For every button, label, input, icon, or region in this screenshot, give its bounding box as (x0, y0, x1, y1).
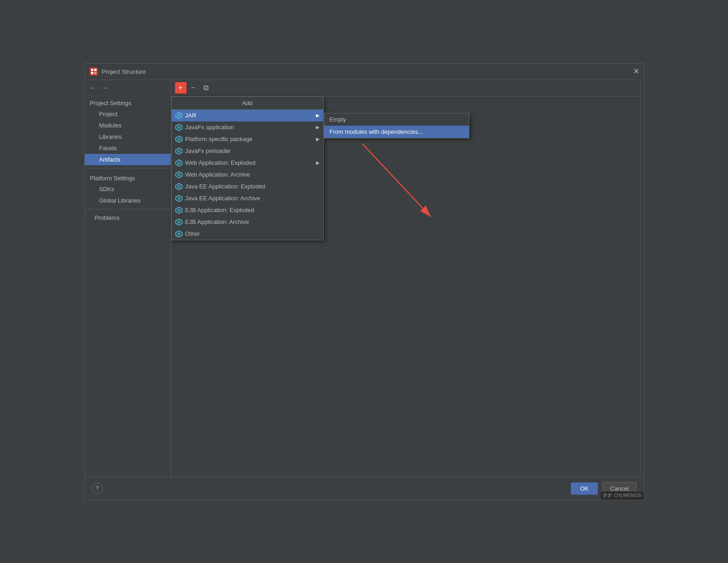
svg-marker-14 (177, 161, 181, 165)
web-app-archive-icon (175, 171, 183, 178)
watermark: 梦梦 CHUMENGSI (601, 492, 643, 500)
dropdown-header: Add (172, 97, 323, 110)
arrow-annotation (340, 135, 476, 236)
svg-line-28 (362, 144, 431, 217)
main-content: + − ⧉ Add JAR (171, 80, 644, 477)
add-button[interactable]: + (175, 82, 187, 94)
dropdown-item-javaee-archive[interactable]: Java EE Application: Archive (172, 193, 323, 204)
add-dropdown-menu: Add JAR ▶ JavaFx applicat (171, 96, 324, 240)
platform-settings-label: Platform Settings (85, 171, 171, 183)
sidebar-divider-2 (85, 209, 171, 209)
svg-marker-22 (177, 208, 181, 212)
ejb-archive-icon (175, 218, 183, 226)
close-button[interactable]: ✕ (633, 68, 639, 75)
svg-marker-20 (177, 197, 181, 200)
svg-marker-6 (177, 114, 181, 117)
svg-marker-12 (177, 149, 181, 153)
sidebar-item-sdks[interactable]: SDKs (85, 183, 171, 195)
dropdown-item-javaee-exploded[interactable]: Java EE Application: Exploded (172, 181, 323, 193)
bottom-left: ? (92, 483, 103, 494)
sidebar: ← → Project Settings Project Modules Lib… (85, 80, 171, 477)
platform-pkg-arrow: ▶ (316, 137, 320, 142)
sidebar-item-global-libraries[interactable]: Global Libraries (85, 195, 171, 206)
remove-button[interactable]: − (188, 82, 199, 94)
app-icon (89, 67, 98, 76)
jar-icon (175, 112, 183, 119)
dropdown-item-web-app-exploded[interactable]: Web Application: Exploded ▶ (172, 157, 323, 169)
svg-marker-18 (177, 185, 181, 188)
web-app-exploded-icon (175, 159, 183, 167)
jar-submenu: Empty From modules with dependencies... (324, 113, 469, 138)
add-dropdown: Add JAR ▶ JavaFx applicat (171, 96, 324, 240)
forward-button[interactable]: → (100, 83, 110, 93)
svg-rect-0 (90, 67, 98, 76)
dialog-body: ← → Project Settings Project Modules Lib… (85, 80, 644, 477)
dropdown-item-platform-pkg[interactable]: Platform specific package ▶ (172, 133, 323, 145)
ok-button[interactable]: OK (571, 482, 598, 495)
svg-marker-26 (177, 232, 181, 236)
sidebar-item-artifacts[interactable]: Artifacts (85, 154, 171, 165)
title-bar-left: Project Structure (89, 67, 146, 76)
dropdown-item-other[interactable]: Other (172, 228, 323, 240)
svg-rect-3 (91, 72, 93, 74)
help-button[interactable]: ? (92, 483, 103, 494)
svg-marker-24 (177, 220, 181, 224)
toolbar: + − ⧉ (171, 80, 644, 96)
submenu-item-empty[interactable]: Empty (324, 113, 469, 126)
javafx-app-arrow: ▶ (316, 125, 320, 130)
dialog-title: Project Structure (102, 68, 146, 75)
submenu-item-from-modules[interactable]: From modules with dependencies... (324, 126, 469, 138)
dropdown-item-javafx-app[interactable]: JavaFx application ▶ (172, 122, 323, 133)
back-button[interactable]: ← (88, 83, 98, 93)
javaee-archive-icon (175, 195, 183, 202)
sidebar-item-facets[interactable]: Facets (85, 142, 171, 154)
platform-pkg-icon (175, 136, 183, 143)
javaee-exploded-icon (175, 183, 183, 190)
svg-rect-2 (94, 69, 97, 71)
sidebar-nav: ← → (85, 80, 171, 96)
title-bar: Project Structure ✕ (85, 64, 644, 80)
dropdown-item-ejb-archive[interactable]: EJB Application: Archive (172, 216, 323, 228)
jar-arrow: ▶ (316, 113, 320, 118)
svg-marker-10 (177, 137, 181, 141)
svg-marker-8 (177, 126, 181, 129)
sidebar-item-libraries[interactable]: Libraries (85, 131, 171, 142)
other-icon (175, 230, 183, 238)
dropdown-item-javafx-preloader[interactable]: JavaFx preloader (172, 145, 323, 157)
copy-button[interactable]: ⧉ (200, 82, 212, 94)
svg-marker-16 (177, 173, 181, 177)
bottom-bar: ? OK Cancel (85, 477, 644, 500)
sidebar-item-project[interactable]: Project (85, 108, 171, 120)
svg-rect-1 (91, 69, 93, 71)
web-app-exploded-arrow: ▶ (316, 160, 320, 165)
sidebar-item-modules[interactable]: Modules (85, 120, 171, 131)
dropdown-item-jar[interactable]: JAR ▶ (172, 110, 323, 122)
javafx-preloader-icon (175, 147, 183, 155)
javafx-app-icon (175, 124, 183, 131)
sidebar-item-problems[interactable]: Problems (85, 212, 171, 223)
project-structure-dialog: Project Structure ✕ ← → Project Settings… (84, 63, 644, 500)
svg-rect-4 (94, 72, 97, 74)
project-settings-label: Project Settings (85, 96, 171, 108)
dropdown-item-ejb-exploded[interactable]: EJB Application: Exploded (172, 204, 323, 216)
scroll-indicator[interactable] (640, 80, 644, 477)
ejb-exploded-icon (175, 207, 183, 214)
sidebar-divider (85, 168, 171, 168)
dropdown-item-web-app-archive[interactable]: Web Application: Archive (172, 169, 323, 181)
